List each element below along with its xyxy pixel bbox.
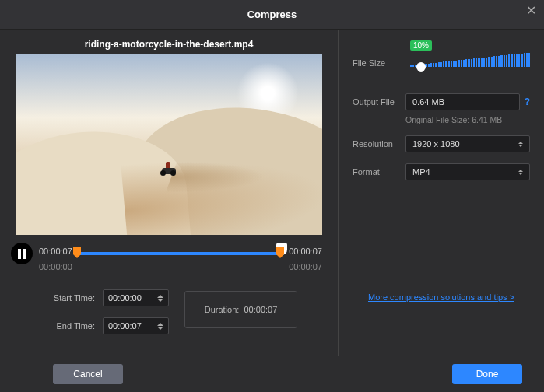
preview-pane: riding-a-motorcycle-in-the-desert.mp4 00… bbox=[0, 30, 339, 356]
output-file-label: Output File bbox=[353, 97, 405, 107]
settings-pane: File Size 10% Output File 0.64 MB ? Orig… bbox=[339, 30, 544, 356]
start-time-input[interactable]: 00:00:00 bbox=[103, 289, 169, 306]
range-start-time: 00:00:00 bbox=[39, 262, 72, 271]
slider-knob[interactable] bbox=[416, 62, 426, 72]
slider-bars-icon bbox=[410, 53, 530, 67]
close-icon[interactable]: ✕ bbox=[526, 3, 536, 18]
file-name: riding-a-motorcycle-in-the-desert.mp4 bbox=[16, 39, 322, 50]
time-controls: Start Time: 00:00:00 End Time: 00:00:07 … bbox=[16, 285, 322, 334]
start-time-label: Start Time: bbox=[40, 293, 95, 303]
chevron-updown-icon bbox=[518, 142, 523, 147]
preview-rider bbox=[160, 157, 177, 174]
trim-start-handle[interactable] bbox=[73, 247, 81, 258]
pause-icon bbox=[18, 249, 26, 259]
start-time-stepper[interactable] bbox=[157, 295, 163, 302]
video-preview[interactable] bbox=[16, 54, 322, 235]
end-time-label: End Time: bbox=[40, 321, 95, 331]
file-size-slider[interactable]: 10% bbox=[410, 53, 530, 73]
output-file-value: 0.64 MB bbox=[412, 97, 444, 107]
pause-button[interactable] bbox=[11, 243, 33, 264]
duration-label: Duration: bbox=[205, 305, 240, 314]
range-end-time: 00:00:07 bbox=[289, 262, 322, 271]
dialog-title: Compress bbox=[247, 9, 297, 20]
resolution-label: Resolution bbox=[353, 139, 405, 149]
duration-display: Duration: 00:00:07 bbox=[184, 291, 297, 328]
format-value: MP4 bbox=[412, 167, 430, 177]
format-select[interactable]: MP4 bbox=[405, 163, 530, 180]
end-time-input[interactable]: 00:00:07 bbox=[103, 317, 169, 334]
end-time-stepper[interactable] bbox=[157, 323, 163, 330]
main-content: riding-a-motorcycle-in-the-desert.mp4 00… bbox=[0, 30, 544, 356]
duration-value: 00:00:07 bbox=[244, 305, 277, 314]
dialog-footer: Cancel Done bbox=[0, 356, 544, 392]
help-icon[interactable]: ? bbox=[525, 96, 530, 107]
start-time-value: 00:00:00 bbox=[108, 293, 142, 303]
total-time: 00:00:07 bbox=[289, 247, 322, 256]
resolution-select[interactable]: 1920 x 1080 bbox=[405, 135, 530, 152]
timeline: 00:00:07 00:00:07 00:00:00 00:00:07 bbox=[16, 243, 322, 274]
chevron-updown-icon bbox=[518, 170, 523, 175]
cancel-button[interactable]: Cancel bbox=[53, 364, 123, 384]
resolution-value: 1920 x 1080 bbox=[412, 139, 460, 149]
original-size-text: Original File Size: 6.41 MB bbox=[405, 115, 530, 124]
end-time-value: 00:00:07 bbox=[108, 321, 142, 331]
preview-dust bbox=[166, 162, 271, 193]
file-size-percent: 10% bbox=[410, 40, 432, 51]
done-button[interactable]: Done bbox=[452, 364, 522, 384]
output-file-input[interactable]: 0.64 MB bbox=[405, 93, 520, 110]
file-size-label: File Size bbox=[353, 58, 405, 68]
more-solutions-link[interactable]: More compression solutions and tips > bbox=[353, 292, 530, 302]
trim-end-handle[interactable] bbox=[276, 247, 284, 258]
timeline-track[interactable] bbox=[74, 252, 283, 255]
current-time: 00:00:07 bbox=[39, 247, 72, 256]
dialog-header: Compress ✕ bbox=[0, 0, 544, 30]
format-label: Format bbox=[353, 167, 405, 177]
